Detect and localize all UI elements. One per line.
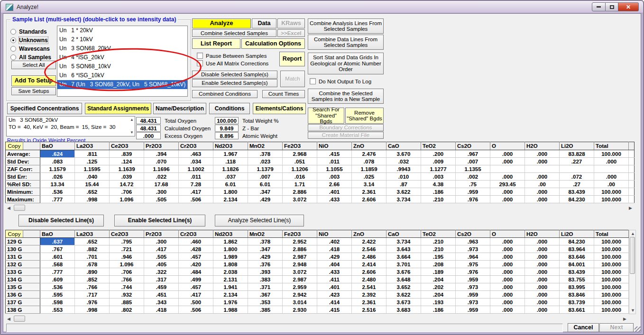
stat-cell[interactable]: .87	[386, 181, 421, 188]
stat-cell[interactable]: .536	[40, 188, 75, 196]
stats-hscrollbar[interactable]: ◀ ▶	[5, 204, 634, 212]
stat-row-label[interactable]: %Rel SD:	[6, 181, 40, 188]
minimize-button[interactable]	[592, 2, 606, 11]
data-cell[interactable]: .678	[75, 261, 110, 268]
stat-cell[interactable]: .007	[248, 173, 283, 181]
stat-cell[interactable]: 6.01	[248, 181, 283, 188]
stat-cell[interactable]: .998	[75, 196, 110, 203]
stat-cell[interactable]: 14.72	[110, 181, 144, 188]
data-cell[interactable]: .963	[456, 238, 490, 245]
data-cell[interactable]: .000	[525, 253, 560, 261]
data-cell[interactable]: .976	[75, 299, 110, 306]
stat-cell[interactable]: .003	[421, 173, 456, 181]
data-cell[interactable]: 3.664	[386, 253, 421, 261]
data-cell[interactable]: .973	[456, 245, 490, 253]
stat-row-label[interactable]: Average:	[6, 150, 40, 158]
stat-cell[interactable]: .032	[386, 158, 421, 165]
data-cell[interactable]: 3.648	[386, 276, 421, 283]
data-cell[interactable]: 2.414	[352, 261, 386, 268]
data-cell[interactable]: .706	[110, 268, 144, 276]
stat-cell[interactable]: 3.670	[386, 150, 421, 158]
scroll-up-icon[interactable]: ▲	[631, 231, 635, 236]
data-cell[interactable]: .402	[317, 238, 352, 245]
stat-cell[interactable]: 3.14	[352, 181, 386, 188]
stat-cell[interactable]: 17.68	[144, 181, 179, 188]
stat-cell[interactable]: 2.66	[317, 181, 352, 188]
stat-cell[interactable]: .000	[490, 196, 525, 203]
data-cell[interactable]: .429	[248, 253, 283, 261]
data-cell[interactable]: .189	[421, 268, 456, 276]
data-cell[interactable]: .404	[317, 261, 352, 268]
stat-row-label[interactable]: Maximum:	[6, 196, 40, 203]
data-cell[interactable]: .378	[248, 238, 283, 245]
data-cell[interactable]: 100.000	[594, 268, 629, 276]
next-button[interactable]: Next	[599, 323, 634, 332]
stat-cell[interactable]: .429	[248, 196, 283, 203]
pause-between-samples-checkbox[interactable]: Pause Between Samples	[197, 53, 267, 59]
stat-cell[interactable]: .022	[144, 173, 179, 181]
stat-cell[interactable]: .463	[179, 150, 213, 158]
combine-into-new-sample-button[interactable]: Combine the Selected Samples into a New …	[308, 89, 384, 104]
stat-cell[interactable]: .347	[248, 188, 283, 196]
stat-cell[interactable]: .27	[560, 181, 594, 188]
data-cell[interactable]: .367	[248, 291, 283, 299]
stat-cell[interactable]: 100.000	[594, 188, 629, 196]
data-cell[interactable]: 2.486	[352, 253, 386, 261]
stat-cell[interactable]: .000	[490, 173, 525, 181]
data-cell[interactable]: .418	[144, 306, 179, 314]
data-cell[interactable]: 2.392	[352, 291, 386, 299]
copy-button[interactable]: Copy	[6, 142, 23, 150]
data-cell[interactable]: 1.976	[213, 299, 248, 306]
stat-cell[interactable]: 1.1826	[213, 165, 248, 173]
data-cell[interactable]: .347	[248, 245, 283, 253]
stat-cell[interactable]: 1.1859	[352, 165, 386, 173]
stat-row-label[interactable]: Minimum:	[6, 188, 40, 196]
data-cell[interactable]: .000	[490, 268, 525, 276]
sort-grids-button[interactable]: Sort Stat and Data Grids In Geological o…	[308, 53, 384, 74]
data-cell[interactable]: .000	[490, 245, 525, 253]
stat-cell[interactable]: 13.34	[40, 181, 75, 188]
data-cell[interactable]: 1.808	[213, 261, 248, 268]
stat-cell[interactable]: .037	[213, 173, 248, 181]
data-cell[interactable]: .433	[317, 268, 352, 276]
stat-cell[interactable]: .000	[490, 188, 525, 196]
data-cell[interactable]: 2.541	[352, 283, 386, 291]
stat-cell[interactable]: 2.606	[352, 196, 386, 203]
data-cell[interactable]: 83.995	[560, 283, 594, 291]
data-cell[interactable]: .420	[179, 261, 213, 268]
stat-cell[interactable]: .624	[40, 150, 75, 158]
data-cell[interactable]: .499	[179, 276, 213, 283]
data-cell[interactable]: .000	[525, 261, 560, 268]
stat-cell[interactable]: .300	[144, 188, 179, 196]
data-cell[interactable]: 2.952	[283, 238, 317, 245]
stat-cell[interactable]: 1.1055	[317, 165, 352, 173]
data-cell[interactable]: .885	[110, 299, 144, 306]
match-button[interactable]: Match	[280, 71, 305, 87]
data-cell[interactable]: .795	[110, 238, 144, 245]
stat-cell[interactable]: 1.1696	[144, 165, 179, 173]
stat-cell[interactable]: .078	[352, 158, 386, 165]
cancel-button[interactable]: Cancel	[568, 323, 599, 332]
stat-cell[interactable]: 4.38	[421, 181, 456, 188]
scroll-left-icon[interactable]: ◀	[7, 317, 10, 321]
save-setups-button[interactable]: Save Setups	[11, 87, 56, 95]
data-cell[interactable]: 84.001	[560, 261, 594, 268]
data-cell[interactable]: .000	[525, 291, 560, 299]
data-cell[interactable]: .204	[421, 291, 456, 299]
count-times-button[interactable]: Count Times	[262, 90, 305, 98]
stat-cell[interactable]: .415	[317, 150, 352, 158]
stat-cell[interactable]: .505	[144, 196, 179, 203]
create-material-file-button[interactable]: Create Material File	[308, 132, 384, 139]
data-cell[interactable]: 100.000	[594, 238, 629, 245]
data-cell[interactable]: .932	[110, 291, 144, 299]
stat-cell[interactable]: .000	[594, 173, 629, 181]
data-cell[interactable]: .973	[456, 299, 490, 306]
stat-cell[interactable]: .118	[213, 158, 248, 165]
stat-cell[interactable]: .023	[248, 158, 283, 165]
data-vscrollbar[interactable]: ▲ ▼	[629, 230, 636, 314]
stat-cell[interactable]: .210	[421, 196, 456, 203]
data-cell[interactable]: 83.964	[560, 245, 594, 253]
data-cell[interactable]: .000	[490, 306, 525, 314]
data-row-label[interactable]: 137 G	[6, 299, 40, 306]
list-item[interactable]: Un 2 * 10kV	[57, 35, 187, 44]
